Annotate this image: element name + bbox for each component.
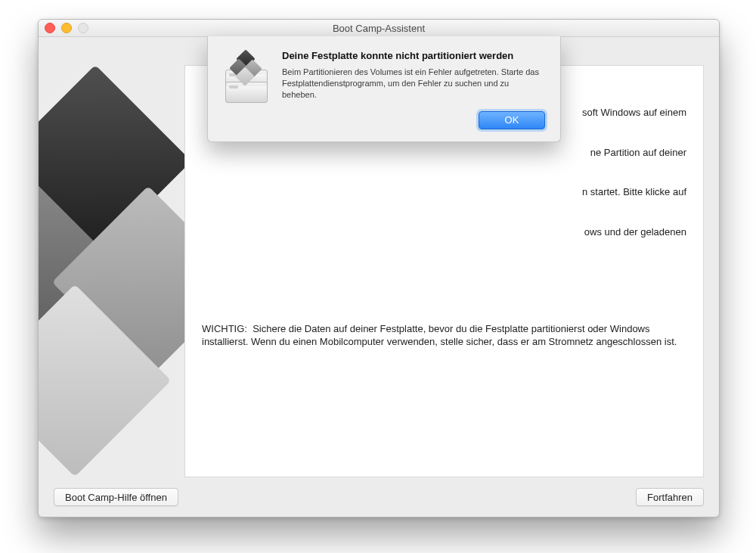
important-text: WICHTIG: Sichere die Daten auf deiner Fe…	[202, 322, 686, 349]
continue-button[interactable]: Fortfahren	[636, 488, 704, 506]
zoom-icon	[78, 23, 88, 33]
error-sheet: Deine Festplatte konnte nicht partitioni…	[207, 36, 561, 142]
window-title: Boot Camp-Assistent	[333, 23, 425, 34]
minimize-icon[interactable]	[61, 23, 72, 33]
error-body: Beim Partitionieren des Volumes ist ein …	[282, 67, 545, 101]
titlebar: Boot Camp-Assistent	[39, 20, 719, 37]
bottom-bar: Boot Camp-Hilfe öffnen Fortfahren	[39, 477, 719, 517]
open-help-button[interactable]: Boot Camp-Hilfe öffnen	[54, 488, 178, 506]
drive-stack-icon	[222, 50, 270, 98]
drive-icon	[225, 82, 268, 103]
ok-button[interactable]: OK	[479, 111, 545, 129]
window-controls	[45, 23, 88, 33]
bootcamp-badge-icon	[231, 50, 261, 80]
bootcamp-window: Boot Camp-Assistent soft Windows auf ein…	[38, 19, 720, 517]
error-heading: Deine Festplatte konnte nicht partitioni…	[282, 50, 545, 62]
continue-label: Fortfahren	[647, 492, 692, 503]
error-message: Deine Festplatte konnte nicht partitioni…	[282, 50, 545, 129]
ok-label: OK	[505, 114, 519, 126]
open-help-label: Boot Camp-Hilfe öffnen	[65, 492, 167, 503]
close-icon[interactable]	[45, 23, 55, 33]
